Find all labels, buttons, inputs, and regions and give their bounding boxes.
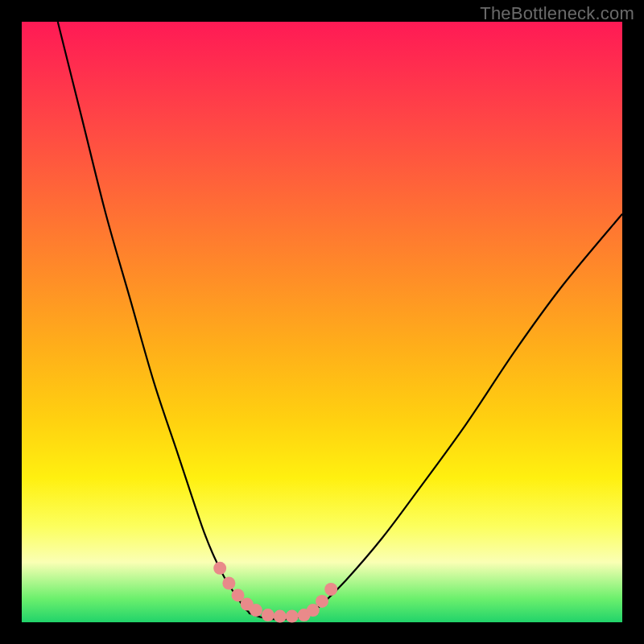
marker-dot: [316, 595, 328, 608]
marker-dot: [286, 610, 299, 623]
bottleneck-markers: [213, 562, 337, 623]
marker-dot: [262, 609, 275, 621]
marker-dot: [274, 610, 287, 623]
watermark-label: TheBottleneck.com: [480, 3, 634, 24]
marker-dot: [250, 604, 262, 617]
plot-area: [22, 22, 622, 622]
curve-overlay: [22, 22, 622, 622]
marker-dot: [222, 577, 235, 590]
bottleneck-curve: [58, 22, 622, 620]
chart-container: TheBottleneck.com: [0, 0, 644, 644]
marker-dot: [324, 583, 337, 596]
marker-dot: [213, 562, 226, 575]
